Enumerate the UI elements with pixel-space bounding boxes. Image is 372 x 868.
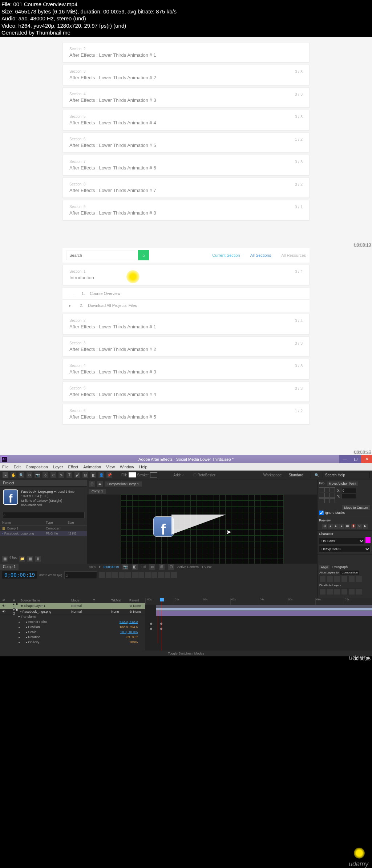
preview-tab[interactable]: Preview [319,519,331,522]
search-help-input[interactable]: Search Help [323,472,370,478]
align-top-icon[interactable] [341,576,348,582]
paragraph-tab[interactable]: Paragraph [332,565,348,569]
brush-tool-icon[interactable]: 🖌 [74,472,81,478]
menu-edit[interactable]: Edit [14,465,21,469]
section-card[interactable]: 0 / 3 Section: 5 After Effects : Lower T… [62,110,310,130]
tl-icon-2[interactable] [106,572,112,578]
project-tab[interactable]: Project [0,480,87,487]
comp-nav-icon[interactable]: ◂▸ [97,481,103,487]
tl-icon-7[interactable] [138,572,144,578]
shape-layer-element[interactable] [171,515,226,535]
align-right-icon[interactable] [334,576,340,582]
anchor-tool-icon[interactable]: ⊹ [42,472,49,478]
filter-current-section[interactable]: Current Section [212,253,240,257]
rotate-tool-icon[interactable]: ↻ [26,472,33,478]
filter-all-resources[interactable]: All Resources [281,253,306,257]
shape-tool-icon[interactable]: ▭ [50,472,57,478]
new-comp-icon[interactable]: ▦ [27,556,33,562]
font-dropdown[interactable]: Uni Sans [319,538,365,544]
ram-preview-icon[interactable]: ▶ [363,524,368,529]
section-card[interactable]: 0 / 4 Section: 2 After Effects : Lower T… [62,314,310,334]
align-to-dropdown[interactable]: Composition [340,571,359,575]
transform-prop-scale[interactable]: ⬥⬥ Scale18.0, 18.0% [0,630,145,635]
lecture-item-1[interactable]: — 1. Course Overview [62,287,310,299]
puppet-tool-icon[interactable]: 📌 [106,472,113,478]
section-card[interactable]: 0 / 3 Section: 7 After Effects : Lower T… [62,155,310,175]
play-icon[interactable]: ▸ [69,303,71,308]
last-frame-icon[interactable]: ⏭ [345,524,350,529]
timecode-display[interactable]: 0;00;00;19 [2,571,37,579]
menu-file[interactable]: File [2,465,9,469]
tl-icon-4[interactable] [119,572,125,578]
tl-icon-11[interactable] [165,572,170,578]
work-area-bar[interactable] [156,605,372,608]
ae-titlebar[interactable]: Ae Adobe After Effects - Social Media Lo… [0,455,372,463]
workspace-dropdown[interactable]: Standard [286,472,311,478]
align-hcenter-icon[interactable] [327,576,333,582]
search-input[interactable] [66,251,135,260]
timeline-ruler[interactable]: :00s01s02s03s04s05s06s07s [145,598,372,605]
composition-tab[interactable]: Composition: Comp 1 [105,481,142,487]
tl-icon-6[interactable] [132,572,138,578]
loop-icon[interactable]: ↻ [357,524,362,529]
interp-icon[interactable]: ▦ [1,556,8,562]
composition-viewer[interactable]: f ➤ [87,495,317,564]
move-to-custom-button[interactable]: Move to Custom [341,505,371,511]
timeline-search[interactable] [64,571,97,579]
dist-2-icon[interactable] [327,588,333,595]
menu-composition[interactable]: Composition [26,465,48,469]
tl-icon-9[interactable] [151,572,157,578]
timeline-track-area[interactable]: :00s01s02s03s04s05s06s07s ◆◆ ◆◆ [145,598,372,651]
minimize-button[interactable]: — [339,455,350,463]
dist-1-icon[interactable] [319,588,326,595]
section-card[interactable]: 1 / 2 Section: 6 After Effects : Lower T… [62,404,310,424]
section-card[interactable]: 0 / 3 Section: 3 After Effects : Lower T… [62,65,310,85]
fb-layer-bar[interactable] [156,611,372,616]
font-weight-dropdown[interactable]: Heavy CAPS [319,546,371,552]
dist-5-icon[interactable] [348,588,355,595]
menu-window[interactable]: Window [120,465,134,469]
comp1-tab[interactable]: Comp 1 [89,489,106,494]
add-label[interactable]: Add: [173,473,181,477]
stroke-swatch[interactable] [150,472,157,477]
section-card[interactable]: 0 / 3 Section: 3 After Effects : Lower T… [62,336,310,357]
camera-tool-icon[interactable]: 📷 [34,472,41,478]
eraser-tool-icon[interactable]: ◧ [90,472,97,478]
text-color-swatch[interactable] [365,537,371,543]
stamp-tool-icon[interactable]: ⊡ [82,472,89,478]
prev-frame-icon[interactable]: ◂ [328,524,333,529]
facebook-logo-element[interactable]: f [153,516,174,537]
section-card[interactable]: 0 / 3 Section: 4 After Effects : Lower T… [62,359,310,379]
filter-all-sections[interactable]: All Sections [250,253,271,257]
fill-swatch[interactable] [129,472,136,477]
bpc-label[interactable]: 8 bpc [9,556,17,562]
section-card[interactable]: Section: 2 After Effects : Lower Thirds … [62,42,310,63]
section-card[interactable]: 0 / 2 Section: 8 After Effects : Lower T… [62,177,310,198]
pen-tool-icon[interactable]: ✎ [58,472,65,478]
section-card[interactable]: 1 / 2 Section: 6 After Effects : Lower T… [62,132,310,153]
collapse-icon[interactable]: — [69,291,73,296]
transform-prop-opacity[interactable]: ⬥⬥ Opacity100% [0,640,145,645]
lecture-item-2[interactable]: ▸ 2. Download All Projects' Files [62,299,310,312]
menu-animation[interactable]: Animation [83,465,101,469]
align-left-icon[interactable] [319,576,326,582]
mute-icon[interactable]: 🔇 [351,524,356,529]
dist-4-icon[interactable] [341,588,348,595]
menu-help[interactable]: Help [139,465,147,469]
anchor-x-input[interactable] [342,488,356,493]
maximize-button[interactable]: ▢ [350,455,361,463]
project-row-asset[interactable]: ▫ Facebook_Logo.png PNG file 42 KB [0,531,87,536]
timeline-tab[interactable]: Comp 1 [0,564,19,570]
zoom-tool-icon[interactable]: 🔍 [18,472,25,478]
section-card[interactable]: 0 / 3 Section: 5 After Effects : Lower T… [62,381,310,402]
tl-icon-8[interactable] [145,572,151,578]
roto-tool-icon[interactable]: 👤 [98,472,105,478]
close-button[interactable]: ✕ [361,455,372,463]
trash-icon[interactable]: 🗑 [35,556,41,562]
dist-6-icon[interactable] [356,588,362,595]
align-bottom-icon[interactable] [356,576,362,582]
rotobezier-checkbox[interactable]: ☐ RotoBezier [193,473,215,477]
text-tool-icon[interactable]: T [66,472,73,478]
new-folder-icon[interactable]: 📁 [19,556,25,562]
tl-icon-3[interactable] [112,572,118,578]
